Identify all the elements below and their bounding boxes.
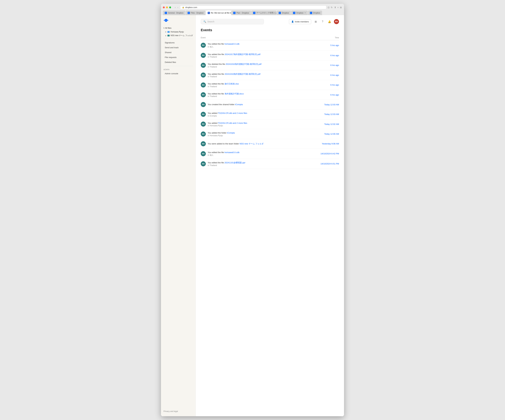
tab-favicon-files: D <box>188 12 190 14</box>
sidebar-nav-send-track[interactable]: Send and track <box>162 45 194 50</box>
sidebar-nav-signatures[interactable]: Signatures <box>162 40 194 45</box>
event-text-11: You edited the file horisawa5.0.cdbin 個人 <box>208 151 240 157</box>
event-row-4: RHYou edited the file 旅行日程表.xlsxin Thail… <box>201 80 339 90</box>
user-avatar[interactable]: RH <box>334 19 339 24</box>
event-main-text-5: You edited the file 海外渡航許可願.docx <box>208 92 244 95</box>
reload-icon[interactable]: ↻ <box>331 6 333 9</box>
event-main-text-3: You added the file 20241016海外渡航許可願-堀澤良充.… <box>208 73 260 76</box>
event-avatar-11: RH <box>201 151 206 156</box>
event-link-0[interactable]: horisawa5.0.cdb <box>225 43 240 45</box>
event-avatar-7: RH <box>201 112 206 117</box>
event-link-8[interactable]: TOZAN-CP.cdb and 2 more files <box>218 122 247 124</box>
person-add-icon: 👤 <box>291 20 294 23</box>
sidebar-nav-file-requests[interactable]: File requests <box>162 55 194 60</box>
event-sub-8: in Horisawa Ryoju <box>208 124 247 127</box>
event-avatar-8: RH <box>201 122 206 127</box>
tab-label-team-lock: チームのロック状態とは？ -... <box>256 12 277 14</box>
event-row-10: RHYou were added to the team folder NSS … <box>201 139 339 149</box>
tab-files[interactable]: D Files - Dropbox <box>186 11 205 15</box>
event-text-10: You were added to the team folder NSS ne… <box>208 142 264 145</box>
invite-btn-label: Invite members <box>295 20 309 23</box>
event-avatar-9: RH <box>201 131 206 136</box>
event-link-5[interactable]: 海外渡航許可願.docx <box>225 93 244 95</box>
event-link-12[interactable]: 20241101金曜唱題.ppr <box>225 161 245 164</box>
sidebar-folder-horisawa[interactable]: ▶ Horisawa Ryoju <box>162 30 194 34</box>
event-link-9[interactable]: iCompta <box>227 132 235 134</box>
event-link-1[interactable]: 20241017海外渡航許可願-堀澤良充.pdf <box>225 53 260 56</box>
tab-label-general: General - Dropbox <box>168 12 183 14</box>
tab-general[interactable]: D General - Dropbox <box>163 11 185 15</box>
sidebar-nav-admin-console[interactable]: Admin console <box>162 71 194 76</box>
event-time-3: 6 hrs ago <box>330 74 339 76</box>
events-list: RHYou edited the file horisawa5.0.cdbin … <box>201 40 339 169</box>
tab-dropbox3[interactable]: D Dropbox <box>308 11 322 15</box>
sidebar-nav-shared[interactable]: Shared <box>162 50 194 55</box>
tab-favicon-team-lock: D <box>253 12 255 14</box>
event-main-text-1: You added the file 20241017海外渡航許可願-堀澤良充.… <box>208 53 260 56</box>
event-left-10: RHYou were added to the team folder NSS … <box>201 141 264 146</box>
tab-label-dropbox1: Dropbox <box>282 12 289 14</box>
event-time-1: 6 hrs ago <box>330 54 339 57</box>
tab-dropbox2[interactable]: D Dropbox ✕ <box>291 11 308 15</box>
event-left-3: RHYou added the file 20241016海外渡航許可願-堀澤良… <box>201 73 260 78</box>
event-time-11: 14/10/2024 8:42 PM <box>321 153 339 155</box>
minimize-window-button[interactable] <box>166 6 168 8</box>
event-row-5: RHYou edited the file 海外渡航許可願.docxin Tha… <box>201 90 339 100</box>
search-box[interactable]: 🔍 Search <box>201 19 264 24</box>
address-bar[interactable]: 🔒 dropbox.com <box>180 5 326 9</box>
all-files-label: All files <box>165 27 171 29</box>
grid-icon-button[interactable]: ⊞ <box>313 19 318 24</box>
sidebar-all-files[interactable]: ▾ All files <box>162 26 194 30</box>
event-sub-2: in Thailand <box>208 66 261 68</box>
event-link-6[interactable]: iCompta <box>235 103 243 106</box>
event-link-4[interactable]: 旅行日程表.xlsx <box>225 83 239 85</box>
forward-button[interactable]: › <box>177 6 179 9</box>
event-link-10[interactable]: NSS new チーム フォルダ <box>240 142 264 145</box>
toolbar-icons: ⊡ ↻ <box>328 6 333 9</box>
event-row-0: RHYou edited the file horisawa5.0.cdbin … <box>201 40 339 51</box>
url-text: dropbox.com <box>185 6 197 8</box>
windows-icon[interactable]: ⊞ <box>340 6 342 9</box>
add-tab-icon[interactable]: + <box>337 6 339 9</box>
sidebar-folder-nss[interactable]: ▶ NSS new チーム フォルダ <box>162 34 194 37</box>
help-icon-button[interactable]: ? <box>320 19 325 24</box>
event-left-2: RHYou deleted the file 20241016海外渡航許可願-堀… <box>201 62 261 68</box>
event-sub-9: in Horisawa Ryoju <box>208 135 235 137</box>
event-main-text-6: You created the shared folder iCompta <box>208 103 243 106</box>
sidebar-footer[interactable]: Privacy and legal <box>161 409 196 414</box>
tab-close-dropbox2[interactable]: ✕ <box>304 12 306 14</box>
sidebar-nav-deleted[interactable]: Deleted files <box>162 60 194 64</box>
tab-label-dropbox3: Dropbox <box>313 12 320 14</box>
nav-buttons: ‹ › <box>174 6 179 9</box>
close-window-button[interactable] <box>163 6 165 8</box>
invite-members-button[interactable]: 👤 Invite members <box>289 19 311 24</box>
event-link-3[interactable]: 20241016海外渡航許可願-堀澤良充.pdf <box>225 73 260 75</box>
event-link-7[interactable]: TOZAN-CP.cdb and 2 more files <box>218 112 247 114</box>
event-main-text-12: You edited the file 20241101金曜唱題.ppr <box>208 161 245 164</box>
event-row-9: RHYou added the folder iComptain Horisaw… <box>201 129 339 139</box>
tab-team-lock[interactable]: D チームのロック状態とは？ -... <box>251 11 277 15</box>
bell-icon-button[interactable]: 🔔 <box>327 19 332 24</box>
tab-dropbox1[interactable]: D Dropbox <box>277 11 291 15</box>
tab-plan[interactable]: D Plan - Dropbox <box>231 11 251 15</box>
folder-icon-horisawa <box>167 31 170 33</box>
event-row-7: RHYou added TOZAN-CP.cdb and 2 more file… <box>201 109 339 119</box>
event-row-1: RHYou added the file 20241017海外渡航許可願-堀澤良… <box>201 51 339 61</box>
event-text-1: You added the file 20241017海外渡航許可願-堀澤良充.… <box>208 53 260 58</box>
back-button[interactable]: ‹ <box>174 6 176 9</box>
event-main-text-10: You were added to the team folder NSS ne… <box>208 142 264 145</box>
tab-label-re-lost: Re: We lost our all file in... <box>211 12 231 14</box>
admin-console-label: Admin console <box>165 72 178 75</box>
maximize-window-button[interactable] <box>169 6 171 8</box>
event-row-3: RHYou added the file 20241016海外渡航許可願-堀澤良… <box>201 70 339 80</box>
event-text-9: You added the folder iComptain Horisawa … <box>208 131 235 137</box>
event-link-11[interactable]: horisawa5.0.cdb <box>225 151 240 154</box>
tab-re-lost[interactable]: R Re: We lost our all file in... ✕ <box>206 11 231 15</box>
reader-icon[interactable]: ⊡ <box>328 6 329 9</box>
tab-favicon-re-lost: R <box>208 12 210 14</box>
event-link-2[interactable]: 20241016海外渡航許可願-堀澤良充.pdf <box>226 63 261 65</box>
browser-window: ‹ › 🔒 dropbox.com ⊡ ↻ ⬆ + ⊞ <box>161 4 344 416</box>
event-time-0: 5 hrs ago <box>330 44 339 47</box>
share-icon[interactable]: ⬆ <box>334 6 336 9</box>
search-placeholder: Search <box>207 20 214 23</box>
